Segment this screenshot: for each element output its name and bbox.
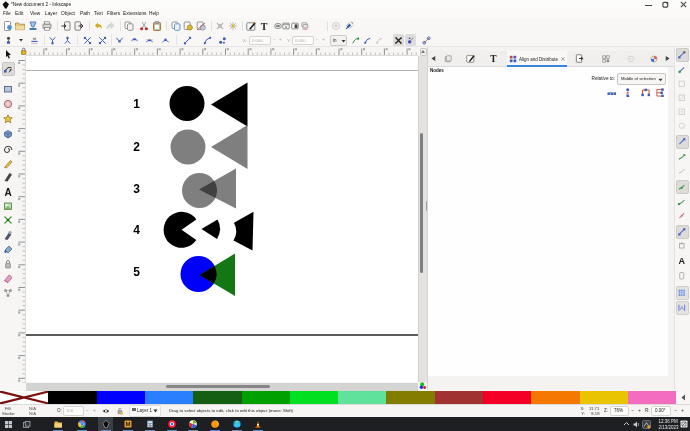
svg-text:T: T [261,21,268,31]
svg-text:A: A [5,187,12,197]
svg-text:M: M [126,421,131,427]
svg-text:A: A [680,304,685,311]
svg-text:T: T [490,54,497,63]
svg-text:A: A [679,256,686,265]
